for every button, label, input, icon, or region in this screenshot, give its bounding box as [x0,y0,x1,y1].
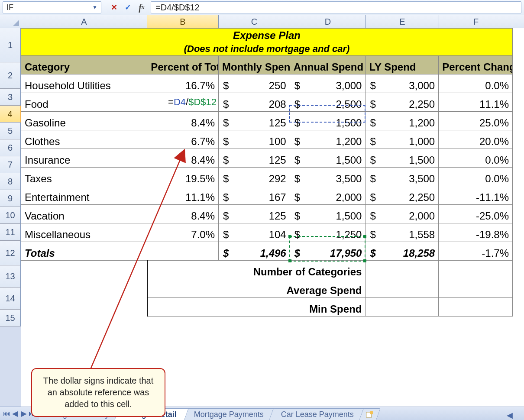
table-row[interactable]: Household Utilities 16.7% $250 $3,000 $3… [21,74,513,93]
callout-note: The dollar signs indicate that an absolu… [31,368,165,417]
table-row[interactable]: Entertainment11.1% $167 $2,000 $2,250 -1… [21,186,513,205]
inline-formula: =D4/$D$12 [147,93,218,111]
summary-row[interactable]: Average Spend [21,279,513,298]
row-header-11[interactable]: 11 [0,224,21,241]
prev-sheet-icon[interactable]: ◀ [11,410,19,417]
formula-input[interactable]: =D4/$D$12 [151,1,521,13]
row-header-15[interactable]: 15 [0,310,21,326]
summary-row[interactable]: Min Spend [21,298,513,317]
row-header-1[interactable]: 1 [0,28,21,62]
table-row[interactable]: Miscellaneous7.0% $104 $1,250 $1,558 -19… [21,223,513,242]
table-row[interactable]: Insurance8.4% $125 $1,500 $1,500 0.0% [21,149,513,168]
callout-text: The dollar signs indicate that an absolu… [43,376,154,409]
hdr-change[interactable]: Percent Change [439,56,513,74]
name-box-value: IF [6,3,13,12]
worksheet: A B C D E F 1 2 3 4 5 6 7 8 9 10 11 12 1… [0,15,524,407]
col-header-c[interactable]: C [219,15,290,29]
table-row[interactable]: Food =D4/$D$12 $208 $2,500 $2,250 11.1% [21,93,513,112]
new-sheet-button[interactable] [359,408,381,420]
title-text: Expense Plan [233,29,301,41]
row-header-13[interactable]: 13 [0,265,21,288]
col-header-b[interactable]: B [147,15,219,29]
cells[interactable]: Expense Plan (Does not include mortgage … [21,28,524,407]
hdr-monthly[interactable]: Monthly Spend [218,56,290,74]
table-row[interactable]: Vacation8.4% $125 $1,500 $2,000 -25.0% [21,205,513,223]
row-header-14[interactable]: 14 [0,288,21,310]
col-header-a[interactable]: A [21,15,147,29]
title-cell[interactable]: Expense Plan (Does not include mortgage … [21,29,513,56]
row-headers: 1 2 3 4 5 6 7 8 9 10 11 12 13 14 15 [0,28,21,407]
table-row[interactable]: Gasoline8.4% $125 $1,500 $1,200 25.0% [21,112,513,130]
row-header-9[interactable]: 9 [0,190,21,207]
row-header-7[interactable]: 7 [0,156,21,173]
hdr-category[interactable]: Category [21,56,147,74]
row-header-2[interactable]: 2 [0,62,21,89]
tab-mortgage[interactable]: Mortgage Payments [182,408,276,420]
col-header-rest [513,15,524,28]
next-sheet-icon[interactable]: ▶ [20,410,28,417]
cancel-icon[interactable]: ✕ [109,3,119,12]
fx-icon[interactable]: fx [137,3,146,12]
row-header-5[interactable]: 5 [0,123,21,139]
tab-car-lease[interactable]: Car Lease Payments [269,408,366,420]
formula-text: =D4/$D$12 [155,3,200,13]
formula-buttons: ✕ ✓ fx [109,3,146,12]
chevron-down-icon[interactable]: ▼ [92,4,97,10]
app-window: IF ▼ ✕ ✓ fx =D4/$D$12 A B C D E F 1 2 [0,0,524,420]
row-header-8[interactable]: 8 [0,173,21,190]
summary-row[interactable]: Number of Categories [21,261,513,279]
totals-row[interactable]: Totals $1,496 $17,950 $18,258 -1.7% [21,242,513,261]
table-row[interactable]: Clothes6.7% $100 $1,200 $1,000 20.0% [21,130,513,149]
row-header-3[interactable]: 3 [0,89,21,106]
hdr-pct-total[interactable]: Percent of Total [147,56,219,74]
hdr-annual[interactable]: Annual Spend [290,56,366,74]
col-header-d[interactable]: D [290,15,366,29]
cell-b4-editing[interactable]: =D4/$D$12 [147,93,219,112]
col-header-f[interactable]: F [439,15,513,29]
row-header-4[interactable]: 4 [0,106,21,123]
row-header-12[interactable]: 12 [0,241,21,265]
subtitle-text: (Does not include mortgage and car) [25,43,509,55]
col-header-e[interactable]: E [366,15,439,29]
row-header-10[interactable]: 10 [0,207,21,224]
enter-icon[interactable]: ✓ [123,3,133,12]
formula-bar: IF ▼ ✕ ✓ fx =D4/$D$12 [0,0,524,15]
first-sheet-icon[interactable]: ⏮ [3,410,10,417]
select-all-corner[interactable] [0,15,21,28]
table-row[interactable]: Taxes19.5% $292 $3,500 $3,500 0.0% [21,168,513,186]
column-headers: A B C D E F [0,15,524,28]
tab-scroll-right[interactable]: ◀ [498,410,524,420]
name-box[interactable]: IF ▼ [3,1,101,13]
hdr-ly[interactable]: LY Spend [366,56,439,74]
svg-point-1 [370,411,373,414]
row-header-6[interactable]: 6 [0,139,21,156]
